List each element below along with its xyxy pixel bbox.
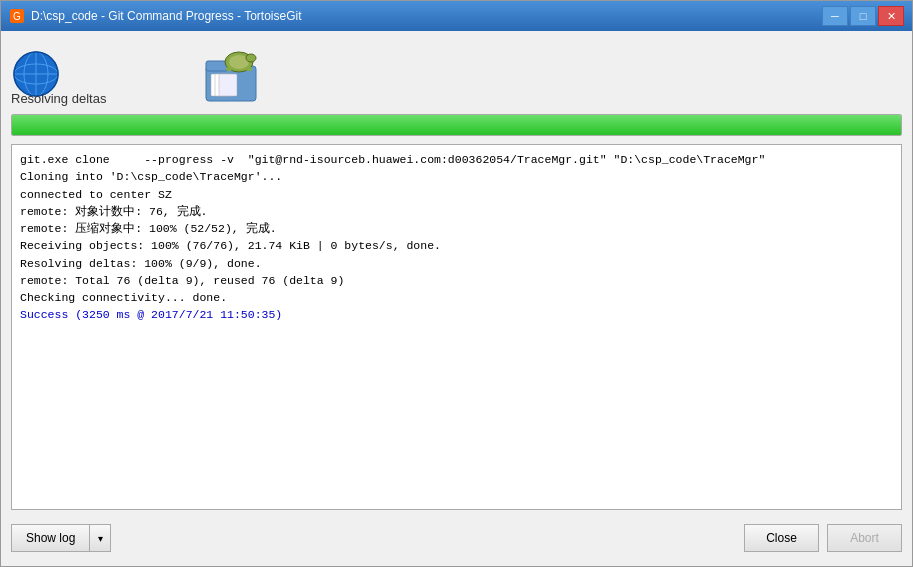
tortoise-icon xyxy=(201,46,256,101)
svg-point-14 xyxy=(246,67,252,71)
svg-text:G: G xyxy=(13,11,21,22)
bottom-left: Show log ▾ xyxy=(11,524,111,552)
close-window-button[interactable]: ✕ xyxy=(878,6,904,26)
log-line: connected to center SZ xyxy=(20,186,893,203)
log-line: Checking connectivity... done. xyxy=(20,289,893,306)
progress-bar-container xyxy=(11,114,902,136)
close-button[interactable]: Close xyxy=(744,524,819,552)
header-area: Resolving deltas xyxy=(11,41,902,106)
log-line: Resolving deltas: 100% (9/9), done. xyxy=(20,255,893,272)
svg-point-13 xyxy=(226,67,232,71)
svg-point-12 xyxy=(246,54,256,62)
app-icon: G xyxy=(9,8,25,24)
log-area[interactable]: git.exe clone --progress -v "git@rnd-iso… xyxy=(11,144,902,510)
show-log-dropdown[interactable]: ▾ xyxy=(89,524,111,552)
bottom-bar: Show log ▾ Close Abort xyxy=(11,518,902,556)
log-line: Success (3250 ms @ 2017/7/21 11:50:35) xyxy=(20,306,893,323)
abort-button[interactable]: Abort xyxy=(827,524,902,552)
minimize-button[interactable]: ─ xyxy=(822,6,848,26)
log-line: git.exe clone --progress -v "git@rnd-iso… xyxy=(20,151,893,168)
resolving-label: Resolving deltas xyxy=(11,91,106,106)
show-log-button[interactable]: Show log xyxy=(11,524,89,552)
log-line: Receiving objects: 100% (76/76), 21.74 K… xyxy=(20,237,893,254)
bottom-right: Close Abort xyxy=(744,524,902,552)
progress-bar-fill xyxy=(12,115,901,135)
title-controls: ─ □ ✕ xyxy=(822,6,904,26)
title-bar-left: G D:\csp_code - Git Command Progress - T… xyxy=(9,8,302,24)
log-line: remote: 压缩对象中: 100% (52/52), 完成. xyxy=(20,220,893,237)
log-line: remote: 对象计数中: 76, 完成. xyxy=(20,203,893,220)
window-content: Resolving deltas git.exe clone --progres… xyxy=(1,31,912,566)
log-line: Cloning into 'D:\csp_code\TraceMgr'... xyxy=(20,168,893,185)
svg-rect-17 xyxy=(219,74,237,96)
main-window: G D:\csp_code - Git Command Progress - T… xyxy=(0,0,913,567)
window-title: D:\csp_code - Git Command Progress - Tor… xyxy=(31,9,302,23)
maximize-button[interactable]: □ xyxy=(850,6,876,26)
log-line: remote: Total 76 (delta 9), reused 76 (d… xyxy=(20,272,893,289)
title-bar: G D:\csp_code - Git Command Progress - T… xyxy=(1,1,912,31)
